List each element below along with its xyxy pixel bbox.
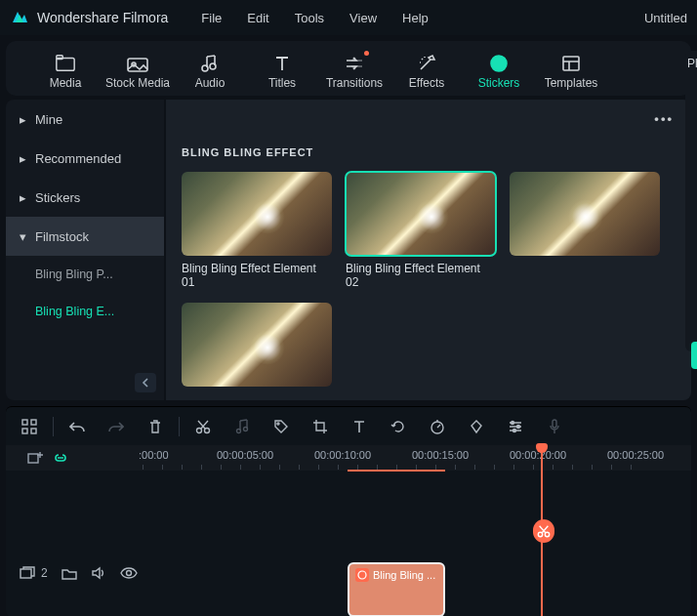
- preview-expand-handle[interactable]: [691, 342, 697, 369]
- menu-help[interactable]: Help: [402, 11, 429, 25]
- svg-point-12: [197, 428, 202, 432]
- svg-rect-10: [22, 429, 27, 433]
- sticker-thumb[interactable]: [346, 172, 496, 256]
- crop-icon[interactable]: [310, 417, 330, 436]
- svg-point-24: [545, 532, 549, 536]
- chevron-right-icon: ▸: [20, 190, 27, 205]
- sidebar-recommended[interactable]: ▸Recommended: [6, 139, 164, 178]
- svg-point-4: [202, 65, 208, 71]
- svg-point-5: [210, 63, 216, 69]
- track-header: 2: [20, 566, 138, 580]
- sticker-card-03[interactable]: [510, 172, 660, 289]
- redo-icon[interactable]: [106, 417, 126, 436]
- sidebar-filmstock[interactable]: ▾Filmstock: [6, 217, 164, 256]
- delete-icon[interactable]: [145, 417, 165, 436]
- rotate-icon[interactable]: [389, 417, 408, 436]
- content-panel: ••• BLING BLING EFFECT Bling Bling Effec…: [166, 100, 691, 400]
- ribbon-stickers[interactable]: Stickers: [463, 53, 535, 96]
- text-icon[interactable]: [349, 417, 369, 436]
- svg-point-23: [538, 532, 542, 536]
- ribbon-transitions[interactable]: Transitions: [318, 53, 390, 96]
- svg-point-26: [126, 571, 131, 576]
- layers-icon[interactable]: [20, 566, 35, 580]
- link-icon[interactable]: [53, 451, 68, 465]
- sidebar-collapse-button[interactable]: [135, 373, 156, 392]
- menu-file[interactable]: File: [201, 11, 222, 25]
- ribbon-media[interactable]: Media: [29, 53, 102, 96]
- sticker-thumb[interactable]: [510, 172, 660, 256]
- timeline-clip[interactable]: Bling Bling ...: [348, 562, 445, 616]
- grid-view-icon[interactable]: [20, 417, 39, 436]
- sticker-caption: Bling Bling Effect Element 02: [346, 262, 496, 289]
- svg-point-19: [517, 425, 520, 428]
- tick-label: :00:00: [139, 449, 169, 461]
- titlebar: Wondershare Filmora File Edit Tools View…: [0, 0, 697, 35]
- menu-view[interactable]: View: [349, 11, 377, 25]
- timeline-toolbar: [6, 406, 691, 445]
- svg-point-13: [205, 428, 210, 432]
- app-brand: Wondershare Filmora: [37, 10, 168, 25]
- sticker-thumb[interactable]: [182, 303, 332, 387]
- svg-rect-21: [553, 420, 556, 428]
- clip-label: Bling Bling ...: [373, 569, 435, 581]
- sticker-card-02[interactable]: Bling Bling Effect Element 02: [346, 172, 496, 289]
- notification-dot-icon: [364, 51, 369, 56]
- menu-tools[interactable]: Tools: [295, 11, 324, 25]
- preview-label: Pl: [687, 57, 697, 70]
- preview-panel-collapsed[interactable]: Pl: [685, 51, 697, 351]
- add-track-icon[interactable]: [27, 451, 43, 465]
- sticker-thumb[interactable]: [182, 172, 332, 256]
- ribbon-stock-media[interactable]: Stock Media: [102, 53, 174, 96]
- ribbon-effects[interactable]: Effects: [390, 53, 463, 96]
- sidebar-sub-bling-p[interactable]: Bling Bling P...: [35, 256, 164, 293]
- scissors-icon: [537, 524, 551, 538]
- media-icon: [54, 53, 77, 74]
- svg-point-16: [277, 423, 279, 425]
- voice-icon[interactable]: [545, 417, 564, 436]
- color-icon[interactable]: [467, 417, 486, 436]
- project-title[interactable]: Untitled: [644, 11, 687, 25]
- adjust-icon[interactable]: [506, 417, 525, 436]
- tag-icon[interactable]: [271, 417, 291, 436]
- sidebar-sub-bling-e[interactable]: Bling Bling E...: [35, 293, 164, 330]
- svg-rect-7: [563, 57, 579, 70]
- cut-icon[interactable]: [193, 417, 213, 436]
- chevron-right-icon: ▸: [20, 151, 27, 166]
- music-icon[interactable]: [232, 417, 252, 436]
- sticker-card-01[interactable]: Bling Bling Effect Element 01: [182, 172, 332, 289]
- transitions-icon: [343, 53, 366, 74]
- svg-point-14: [237, 429, 241, 432]
- more-options-button[interactable]: •••: [654, 111, 674, 126]
- ribbon-templates[interactable]: Templates: [535, 53, 607, 96]
- sticker-clip-icon: [355, 568, 369, 582]
- app-logo-icon: [10, 8, 29, 27]
- sidebar-stickers[interactable]: ▸Stickers: [6, 178, 164, 217]
- svg-point-17: [431, 422, 443, 433]
- undo-icon[interactable]: [67, 417, 87, 436]
- tick-label: 00:00:25:00: [607, 449, 664, 461]
- menu-edit[interactable]: Edit: [247, 11, 268, 25]
- svg-point-18: [512, 421, 514, 424]
- svg-rect-22: [28, 454, 38, 463]
- folder-icon[interactable]: [62, 567, 77, 580]
- chevron-right-icon: ▸: [20, 112, 27, 127]
- svg-rect-9: [31, 420, 36, 425]
- speed-icon[interactable]: [428, 417, 447, 436]
- svg-rect-11: [31, 429, 36, 433]
- sidebar-mine[interactable]: ▸Mine: [6, 100, 164, 139]
- effects-icon: [415, 53, 438, 74]
- mute-icon[interactable]: [91, 566, 106, 580]
- titles-icon: [270, 53, 294, 74]
- chevron-down-icon: ▾: [20, 229, 27, 244]
- svg-point-27: [358, 571, 366, 579]
- svg-rect-8: [22, 420, 27, 425]
- ribbon-audio[interactable]: Audio: [174, 53, 246, 96]
- split-button[interactable]: [533, 519, 554, 543]
- ribbon-titles[interactable]: Titles: [246, 53, 318, 96]
- visibility-icon[interactable]: [120, 567, 138, 579]
- svg-rect-2: [128, 59, 147, 71]
- stock-media-icon: [126, 53, 149, 74]
- audio-icon: [198, 53, 222, 74]
- tick-label: 00:00:10:00: [314, 449, 371, 461]
- sticker-card-04[interactable]: [182, 303, 332, 387]
